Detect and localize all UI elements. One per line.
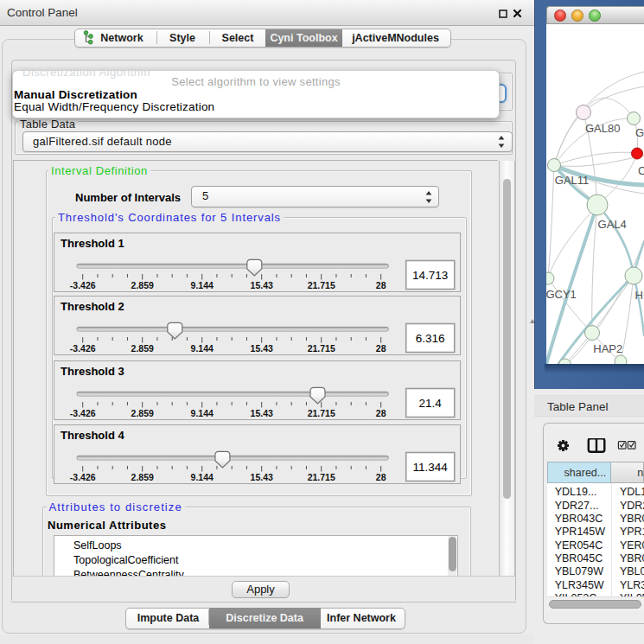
svg-text:15.43: 15.43 [251, 280, 273, 290]
svg-text:-3.426: -3.426 [70, 407, 96, 418]
svg-text:28: 28 [376, 343, 386, 354]
svg-text:GAL11: GAL11 [555, 173, 590, 186]
svg-text:Threshold 4: Threshold 4 [61, 429, 124, 442]
svg-text:21.715: 21.715 [308, 280, 335, 290]
svg-text:6.316: 6.316 [416, 332, 445, 345]
svg-text:11.344: 11.344 [413, 461, 449, 474]
svg-text:21.715: 21.715 [308, 471, 335, 481]
svg-text:2.859: 2.859 [131, 407, 154, 418]
svg-text:Threshold 3: Threshold 3 [61, 365, 124, 378]
svg-text:2.859: 2.859 [131, 471, 154, 481]
svg-text:Threshold 1: Threshold 1 [61, 237, 124, 250]
svg-text:21.715: 21.715 [308, 407, 335, 418]
svg-text:-3.426: -3.426 [70, 280, 96, 290]
svg-text:9.144: 9.144 [191, 471, 214, 481]
svg-text:21.4: 21.4 [419, 397, 443, 410]
svg-text:HAP2: HAP2 [593, 341, 622, 354]
svg-text:2.859: 2.859 [131, 280, 154, 290]
svg-text:GAL80: GAL80 [585, 121, 620, 134]
svg-text:15.43: 15.43 [251, 343, 273, 354]
svg-text:2.859: 2.859 [131, 343, 154, 354]
svg-text:9.144: 9.144 [191, 407, 214, 418]
svg-text:-3.426: -3.426 [70, 343, 96, 354]
svg-text:GAL4: GAL4 [635, 125, 644, 138]
svg-text:14.713: 14.713 [412, 269, 448, 282]
svg-text:9.144: 9.144 [191, 343, 214, 354]
svg-text:Threshold 2: Threshold 2 [61, 300, 124, 313]
svg-text:9.144: 9.144 [191, 280, 214, 290]
svg-text:15.43: 15.43 [251, 471, 273, 481]
svg-text:GCY1: GCY1 [546, 288, 577, 301]
svg-text:28: 28 [376, 280, 386, 290]
svg-text:CY: CY [638, 164, 644, 177]
svg-text:HI: HI [635, 288, 644, 301]
svg-text:28: 28 [376, 471, 386, 481]
svg-text:15.43: 15.43 [251, 407, 273, 418]
svg-text:-3.426: -3.426 [70, 471, 96, 481]
svg-text:21.715: 21.715 [308, 343, 335, 354]
svg-text:28: 28 [376, 407, 386, 418]
svg-text:GAL4: GAL4 [598, 218, 627, 231]
